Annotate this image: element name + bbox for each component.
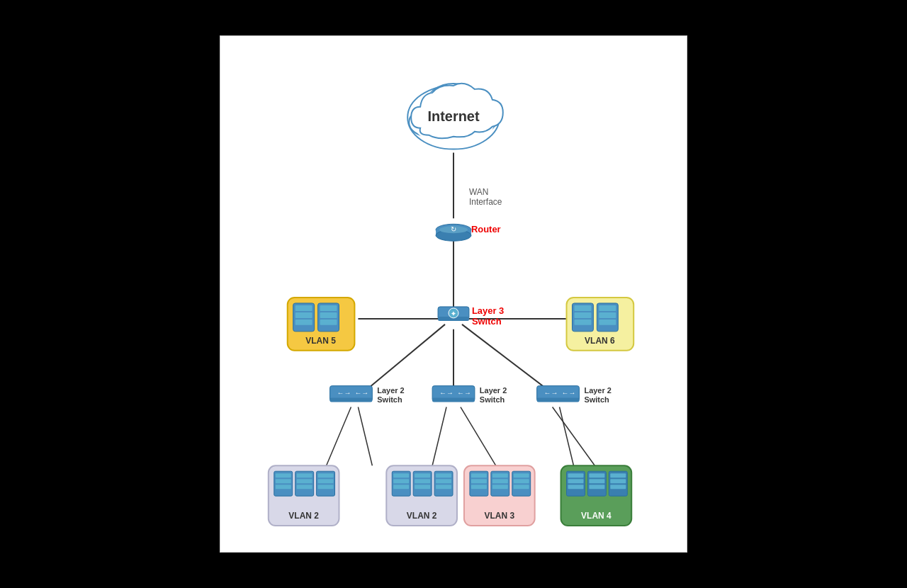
svg-rect-77 — [276, 473, 291, 477]
svg-rect-86 — [318, 479, 334, 483]
svg-rect-43 — [320, 305, 337, 311]
layer2-switch2-icon: ←→ ←→ — [432, 386, 475, 402]
svg-text:VLAN 2: VLAN 2 — [407, 511, 437, 521]
svg-rect-78 — [276, 479, 291, 483]
svg-rect-91 — [393, 473, 409, 477]
router-icon: ↻ — [436, 224, 471, 241]
svg-rect-58 — [330, 398, 373, 402]
svg-rect-85 — [318, 473, 334, 477]
svg-rect-124 — [589, 479, 604, 483]
svg-text:←→: ←→ — [439, 389, 454, 397]
svg-rect-41 — [295, 320, 312, 325]
svg-rect-50 — [574, 312, 591, 318]
svg-text:VLAN 3: VLAN 3 — [485, 511, 515, 521]
svg-text:↻: ↻ — [451, 225, 456, 233]
svg-rect-128 — [610, 479, 626, 483]
svg-text:←→: ←→ — [562, 389, 576, 397]
svg-rect-51 — [574, 320, 591, 325]
svg-text:VLAN 2: VLAN 2 — [288, 511, 319, 521]
vlan5-box: VLAN 5 — [288, 298, 355, 351]
svg-text:←→: ←→ — [457, 389, 471, 397]
svg-rect-44 — [320, 312, 337, 318]
svg-text:Layer 2: Layer 2 — [377, 386, 404, 395]
svg-rect-109 — [492, 473, 508, 477]
svg-text:WAN: WAN — [469, 187, 488, 197]
svg-text:←→: ←→ — [354, 389, 368, 397]
svg-rect-95 — [415, 473, 430, 477]
svg-rect-55 — [599, 320, 616, 325]
vlan3-box: VLAN 3 — [464, 465, 535, 526]
svg-rect-115 — [514, 485, 529, 489]
svg-rect-39 — [295, 305, 312, 311]
svg-rect-96 — [415, 479, 430, 483]
svg-rect-125 — [589, 485, 604, 489]
svg-rect-93 — [393, 485, 409, 489]
svg-text:Layer 3: Layer 3 — [472, 305, 504, 316]
svg-rect-82 — [297, 479, 312, 483]
vlan6-box: VLAN 6 — [567, 298, 634, 351]
svg-rect-105 — [471, 473, 487, 477]
svg-rect-79 — [276, 485, 291, 489]
svg-rect-106 — [471, 479, 487, 483]
svg-text:VLAN 4: VLAN 4 — [581, 511, 612, 521]
svg-rect-92 — [393, 479, 409, 483]
layer2-switch3-icon: ←→ ←→ — [537, 386, 580, 402]
svg-rect-87 — [318, 485, 334, 489]
svg-text:Interface: Interface — [469, 197, 502, 207]
svg-text:Layer 2: Layer 2 — [584, 386, 611, 395]
svg-text:✦: ✦ — [451, 310, 456, 317]
layer3-switch-icon: ✦ — [438, 307, 469, 321]
svg-rect-113 — [514, 473, 529, 477]
layer2-switch1-icon: ←→ ←→ — [330, 386, 373, 402]
svg-rect-49 — [574, 305, 591, 311]
svg-text:VLAN 6: VLAN 6 — [585, 336, 615, 346]
svg-rect-81 — [297, 473, 312, 477]
svg-rect-119 — [568, 473, 584, 477]
svg-text:Switch: Switch — [472, 316, 502, 327]
svg-rect-123 — [589, 473, 604, 477]
svg-text:Switch: Switch — [377, 395, 402, 404]
svg-rect-129 — [610, 485, 626, 489]
svg-rect-127 — [610, 473, 626, 477]
svg-rect-70 — [537, 398, 580, 402]
vlan2a-box: VLAN 2 — [269, 465, 339, 526]
svg-rect-121 — [568, 485, 584, 489]
vlan2b-box: VLAN 2 — [386, 465, 457, 526]
diagram-container: Internet WAN Interface ↻ Router ✦ Layer … — [220, 35, 687, 553]
svg-text:←→: ←→ — [544, 389, 558, 397]
svg-rect-111 — [492, 485, 508, 489]
vlan4-box: VLAN 4 — [561, 465, 632, 526]
svg-text:Router: Router — [471, 224, 501, 234]
svg-text:Switch: Switch — [584, 395, 609, 404]
svg-text:←→: ←→ — [337, 389, 351, 397]
svg-rect-45 — [320, 320, 337, 325]
svg-rect-101 — [436, 485, 451, 489]
svg-rect-99 — [436, 473, 451, 477]
svg-rect-64 — [432, 398, 475, 402]
svg-text:Switch: Switch — [480, 395, 505, 404]
svg-rect-53 — [599, 305, 616, 311]
svg-rect-83 — [297, 485, 312, 489]
svg-rect-110 — [492, 479, 508, 483]
svg-rect-114 — [514, 479, 529, 483]
svg-rect-97 — [415, 485, 430, 489]
svg-text:VLAN 5: VLAN 5 — [305, 336, 336, 346]
svg-rect-54 — [599, 312, 616, 318]
svg-rect-40 — [295, 312, 312, 318]
svg-text:Layer 2: Layer 2 — [480, 386, 507, 395]
svg-rect-100 — [436, 479, 451, 483]
svg-text:Internet: Internet — [427, 108, 479, 124]
svg-rect-107 — [471, 485, 487, 489]
svg-rect-120 — [568, 479, 584, 483]
